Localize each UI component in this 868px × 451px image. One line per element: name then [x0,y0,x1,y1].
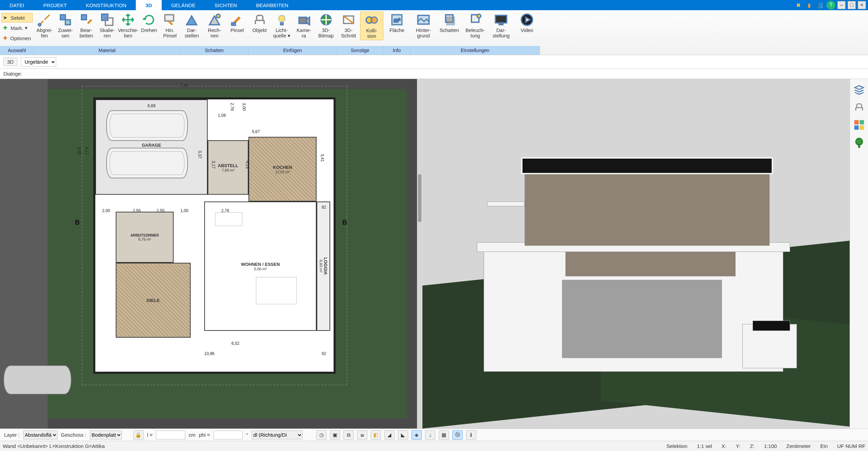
svg-rect-22 [859,120,864,125]
svg-rect-26 [858,145,859,148]
ribbon-kamera[interactable]: Kame- ra [293,12,315,39]
l-input[interactable] [156,431,185,439]
layer-select[interactable]: Abstandsflä [23,431,58,439]
info-icon[interactable]: ℹ [466,430,476,440]
tab-3d[interactable]: 3D [136,0,161,10]
ribbon-darstellung[interactable]: Dar- stellung [488,12,514,39]
darstellung-label: Dar- stellung [493,28,510,39]
svg-point-25 [856,138,863,145]
help-icon[interactable]: ? [826,1,835,10]
dim-413: 4,13 [245,161,250,168]
dim-276a: 2,76 [230,103,235,111]
selekt-button[interactable]: ➤Selekt [1,13,33,22]
ribbon-hintergrund[interactable]: Hinter- grund [411,12,436,39]
ribbon-drehen[interactable]: Drehen [139,12,159,34]
svg-rect-10 [299,17,306,23]
phi-input[interactable] [213,431,243,439]
kochen-name: KOCHEN [273,165,292,170]
diele-name: DIELE [147,298,160,303]
status-z: Z: [750,443,754,449]
floorplan-view[interactable]: 7,41 6,69 GARAGE 36,36 m² ABSTELL 7,68 m… [0,79,417,429]
view-splitter[interactable] [417,79,422,429]
wohnen-area: 0,00 m² [254,267,267,271]
select-icon[interactable]: ▣ [330,430,340,440]
group-einfuegen-label: Einfügen [248,46,337,55]
tab-sichten[interactable]: SICHTEN [205,0,246,10]
ribbon-3d-schnitt[interactable]: 3D- Schnitt [337,12,360,39]
ribbon-skalieren[interactable]: Skalie- ren [97,12,117,39]
stack-icon[interactable]: ◧ [371,430,381,440]
ribbon-bearbeiten[interactable]: Bear- beiten [76,12,97,39]
loggia-area: 6,60 m² [319,260,323,272]
ribbon-objekt[interactable]: Objekt [248,12,271,34]
ribbon-3d-bitmap[interactable]: 3D- Bitmap [315,12,337,39]
hatch-up-icon[interactable]: ◢ [384,430,395,440]
grid-icon[interactable]: ▦ [439,430,449,440]
rechnen-label: Rech- nen [208,28,221,39]
loggia-name: LOGGIA [323,257,328,275]
dim-100: 1,00 [180,208,188,213]
storey-select[interactable]: Bodenplatt [90,431,122,439]
status-uf: UF NUM RF [837,443,866,449]
ribbon-darstellen[interactable]: Dar- stellen [180,12,203,39]
maximize-button[interactable]: □ [848,1,856,9]
dim-652: 6,52 [231,341,239,346]
ribbon-video[interactable]: Video [514,12,540,34]
tab-konstruktion[interactable]: KONSTRUKTION [76,0,136,10]
balcony [487,202,525,206]
dl-select[interactable]: dl (Richtung/Di [252,431,303,439]
north-icon[interactable]: Ⓝ [452,430,463,440]
ribbon-flaeche[interactable]: m² Fläche [383,12,411,34]
tab-projekt[interactable]: PROJEKT [34,0,76,10]
optionen-button[interactable]: ✚Optionen [1,33,33,43]
terrain-select[interactable]: Urgelände [21,57,56,67]
ribbon-schatten2[interactable]: Schatten [436,12,462,34]
mark-button[interactable]: ✚Mark. ▾ [1,23,33,33]
ribbon-kollision[interactable]: Kolli- sion [360,12,383,40]
group-icon[interactable]: ⧉ [343,430,354,440]
ribbon-abgreifen[interactable]: Abgrei- fen [34,12,55,39]
ribbon-beleuchtung[interactable]: Beleuch- tung [462,12,488,39]
bottom-toolstrip: Layer : Abstandsflä Geschoss : Bodenplat… [0,429,868,441]
parallel-icon[interactable]: ◈ [412,430,422,440]
bearbeiten-icon [79,12,94,27]
svg-point-17 [477,14,481,18]
tab-bearbeiten[interactable]: BEARBEITEN [246,0,298,10]
beleuchtung-label: Beleuch- tung [465,28,485,39]
hatch-down-icon[interactable]: ◣ [398,430,408,440]
minimize-button[interactable]: – [837,1,846,9]
palette-icon[interactable] [853,119,865,131]
ribbon-pinsel[interactable]: Pinsel [226,12,248,34]
db-icon[interactable]: ≣ [357,430,367,440]
hin-pinsel-label: Hin. Pinsel [163,28,177,39]
kollision-label: Kolli- sion [366,28,377,39]
ribbon-rechnen[interactable]: Rech- nen [203,12,226,39]
cabinet-icon[interactable]: ▮ [805,1,814,10]
chevron-down-icon: ▾ [25,25,28,31]
view-badge: 3D [3,58,17,66]
tab-gelaende[interactable]: GELÄNDE [162,0,205,10]
furniture-icon[interactable] [853,101,865,113]
tree-icon[interactable] [853,137,865,148]
ribbon-verschieben[interactable]: Verschie- ben [118,12,139,39]
tab-datei[interactable]: DATEI [0,0,34,10]
ribbon-zuweisen[interactable]: Zuwei- sen [55,12,76,39]
ribbon-lichtquelle[interactable]: Licht- quelle ▾ [271,12,293,39]
abgreifen-icon [37,12,52,27]
wrench-icon[interactable]: ✖ [794,1,803,10]
measure-icon[interactable]: ⟂ [425,430,435,440]
book-icon[interactable]: 📘 [816,1,824,10]
dim-567: 5,67 [252,129,260,134]
schatten2-icon [442,12,457,27]
splitter-thumb[interactable] [418,174,421,222]
clock-icon[interactable]: ◷ [316,430,326,440]
storey-label: Geschoss : [61,432,86,438]
lock-toggle[interactable]: 🔒 [133,430,144,440]
dim-255a: 2,55 [133,208,141,213]
close-button[interactable]: × [858,1,866,9]
status-scale: 1:100 [764,443,777,449]
ribbon-hin-pinsel[interactable]: Hin. Pinsel [160,12,180,39]
objekt-icon [252,12,267,27]
layers-icon[interactable] [853,84,865,95]
3d-view[interactable] [422,79,868,429]
